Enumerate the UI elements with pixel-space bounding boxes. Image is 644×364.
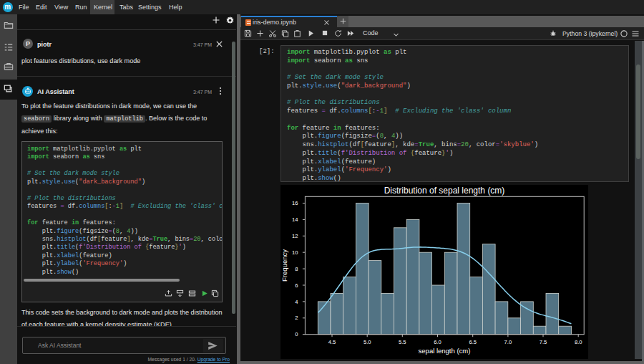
- svg-text:10: 10: [292, 249, 298, 256]
- svg-text:6.0: 6.0: [434, 339, 441, 345]
- svg-text:6: 6: [295, 282, 298, 289]
- svg-text:4: 4: [295, 299, 298, 305]
- svg-text:7.5: 7.5: [540, 339, 547, 345]
- svg-text:12: 12: [292, 233, 298, 239]
- svg-text:5.0: 5.0: [364, 339, 371, 345]
- svg-text:16: 16: [292, 200, 298, 206]
- svg-text:2: 2: [295, 315, 298, 321]
- svg-text:5.5: 5.5: [399, 339, 406, 345]
- svg-text:Distribution of sepal length (: Distribution of sepal length (cm): [384, 186, 505, 196]
- svg-text:sepal length (cm): sepal length (cm): [419, 347, 471, 355]
- svg-text:8: 8: [295, 266, 298, 272]
- svg-text:14: 14: [292, 216, 298, 223]
- svg-text:6.5: 6.5: [469, 339, 477, 345]
- svg-text:0: 0: [295, 331, 298, 337]
- svg-text:4.5: 4.5: [328, 339, 336, 345]
- svg-text:8.0: 8.0: [575, 339, 582, 345]
- svg-text:Frequency: Frequency: [280, 249, 288, 282]
- svg-text:7.0: 7.0: [504, 339, 512, 345]
